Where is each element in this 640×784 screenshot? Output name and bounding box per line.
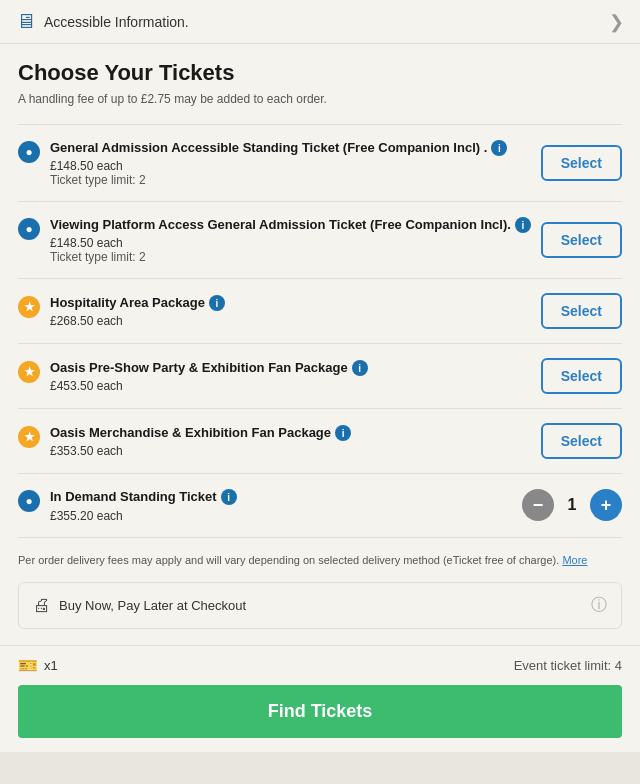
info-badge-icon[interactable]: i (335, 425, 351, 441)
ticket-info: In Demand Standing Ticket i £355.20 each (50, 488, 522, 522)
ticket-left: ★ Hospitality Area Package i £268.50 eac… (18, 294, 541, 328)
ticket-limit: Ticket type limit: 2 (50, 250, 541, 264)
ticket-price: £453.50 each (50, 379, 541, 393)
pay-later-info-icon[interactable]: ⓘ (591, 595, 607, 616)
find-tickets-button[interactable]: Find Tickets (18, 685, 622, 738)
ticket-left: ★ Oasis Merchandise & Exhibition Fan Pac… (18, 424, 541, 458)
top-bar-text: Accessible Information. (44, 14, 189, 30)
ticket-type-icon: ● (18, 218, 40, 240)
ticket-left: ● Viewing Platform Access General Admiss… (18, 216, 541, 264)
select-button[interactable]: Select (541, 423, 622, 459)
ticket-name-row: General Admission Accessible Standing Ti… (50, 139, 541, 157)
delivery-note: Per order delivery fees may apply and wi… (18, 552, 622, 569)
ticket-list: ● General Admission Accessible Standing … (18, 124, 622, 538)
bottom-section: Find Tickets (0, 685, 640, 752)
ticket-limit: Ticket type limit: 2 (50, 173, 541, 187)
decrement-button[interactable]: − (522, 489, 554, 521)
select-button[interactable]: Select (541, 358, 622, 394)
ticket-type-icon: ★ (18, 426, 40, 448)
event-limit: Event ticket limit: 4 (514, 658, 622, 673)
ticket-left: ● In Demand Standing Ticket i £355.20 ea… (18, 488, 522, 522)
ticket-item: ● Viewing Platform Access General Admiss… (18, 202, 622, 279)
top-bar-chevron-icon[interactable]: ❯ (609, 11, 624, 33)
more-link[interactable]: More (562, 554, 587, 566)
top-bar: 🖥 Accessible Information. ❯ (0, 0, 640, 44)
ticket-price: £268.50 each (50, 314, 541, 328)
pay-later-bar: 🖨 Buy Now, Pay Later at Checkout ⓘ (18, 582, 622, 629)
ticket-left: ★ Oasis Pre-Show Party & Exhibition Fan … (18, 359, 541, 393)
info-badge-icon[interactable]: i (221, 489, 237, 505)
page-title: Choose Your Tickets (18, 60, 622, 86)
info-badge-icon[interactable]: i (515, 217, 531, 233)
increment-button[interactable]: + (590, 489, 622, 521)
info-badge-icon[interactable]: i (352, 360, 368, 376)
ticket-name: In Demand Standing Ticket (50, 488, 217, 506)
ticket-type-icon: ● (18, 141, 40, 163)
ticket-info: Viewing Platform Access General Admissio… (50, 216, 541, 264)
quantity-stepper: − 1 + (522, 489, 622, 521)
ticket-name: Oasis Pre-Show Party & Exhibition Fan Pa… (50, 359, 348, 377)
pay-later-text: Buy Now, Pay Later at Checkout (59, 598, 246, 613)
ticket-name-row: In Demand Standing Ticket i (50, 488, 522, 506)
top-bar-left: 🖥 Accessible Information. (16, 10, 189, 33)
ticket-name-row: Viewing Platform Access General Admissio… (50, 216, 541, 234)
pay-later-icon: 🖨 (33, 595, 51, 616)
bottom-bar: 🎫 x1 Event ticket limit: 4 (0, 645, 640, 685)
ticket-name-row: Oasis Merchandise & Exhibition Fan Packa… (50, 424, 541, 442)
ticket-type-icon: ★ (18, 361, 40, 383)
handling-fee-note: A handling fee of up to £2.75 may be add… (18, 92, 622, 106)
ticket-price: £148.50 each (50, 236, 541, 250)
accessible-info-icon: 🖥 (16, 10, 36, 33)
ticket-count-icon: 🎫 (18, 656, 38, 675)
ticket-type-icon: ● (18, 490, 40, 512)
ticket-info: General Admission Accessible Standing Ti… (50, 139, 541, 187)
ticket-info: Hospitality Area Package i £268.50 each (50, 294, 541, 328)
pay-later-left: 🖨 Buy Now, Pay Later at Checkout (33, 595, 246, 616)
ticket-name-row: Hospitality Area Package i (50, 294, 541, 312)
select-button[interactable]: Select (541, 293, 622, 329)
ticket-item: ● General Admission Accessible Standing … (18, 124, 622, 202)
ticket-item: ● In Demand Standing Ticket i £355.20 ea… (18, 474, 622, 537)
select-button[interactable]: Select (541, 145, 622, 181)
info-badge-icon[interactable]: i (491, 140, 507, 156)
ticket-name: Viewing Platform Access General Admissio… (50, 216, 511, 234)
select-button[interactable]: Select (541, 222, 622, 258)
quantity-count: 1 (562, 496, 582, 514)
ticket-name: Oasis Merchandise & Exhibition Fan Packa… (50, 424, 331, 442)
main-content: Choose Your Tickets A handling fee of up… (0, 44, 640, 645)
ticket-name-row: Oasis Pre-Show Party & Exhibition Fan Pa… (50, 359, 541, 377)
ticket-item: ★ Hospitality Area Package i £268.50 eac… (18, 279, 622, 344)
ticket-item: ★ Oasis Pre-Show Party & Exhibition Fan … (18, 344, 622, 409)
ticket-info: Oasis Merchandise & Exhibition Fan Packa… (50, 424, 541, 458)
ticket-type-icon: ★ (18, 296, 40, 318)
ticket-name: General Admission Accessible Standing Ti… (50, 139, 487, 157)
ticket-name: Hospitality Area Package (50, 294, 205, 312)
ticket-price: £353.50 each (50, 444, 541, 458)
ticket-left: ● General Admission Accessible Standing … (18, 139, 541, 187)
ticket-count: x1 (44, 658, 58, 673)
ticket-price: £355.20 each (50, 509, 522, 523)
ticket-info: Oasis Pre-Show Party & Exhibition Fan Pa… (50, 359, 541, 393)
ticket-count-info: 🎫 x1 (18, 656, 58, 675)
ticket-item: ★ Oasis Merchandise & Exhibition Fan Pac… (18, 409, 622, 474)
ticket-price: £148.50 each (50, 159, 541, 173)
info-badge-icon[interactable]: i (209, 295, 225, 311)
